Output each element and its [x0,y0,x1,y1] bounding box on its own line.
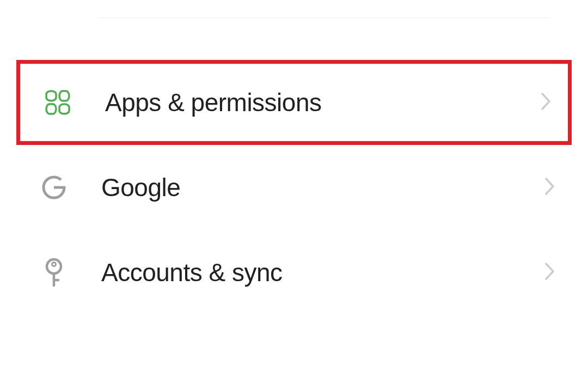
divider [99,17,550,18]
settings-item-google[interactable]: Google [0,145,588,230]
settings-item-accounts-sync[interactable]: Accounts & sync [0,230,588,315]
chevron-right-icon [541,92,552,113]
svg-rect-0 [46,91,56,101]
chevron-right-icon [544,177,555,198]
settings-item-label: Google [101,173,544,202]
svg-rect-1 [59,91,69,101]
svg-rect-2 [46,104,56,114]
key-icon [40,259,68,286]
settings-item-label: Accounts & sync [101,258,544,287]
settings-list: Apps & permissions Google [0,60,588,315]
settings-item-apps-permissions[interactable]: Apps & permissions [16,60,572,145]
svg-rect-3 [59,104,69,114]
chevron-right-icon [544,262,555,283]
apps-icon [44,89,71,116]
svg-point-5 [52,263,56,266]
settings-item-label: Apps & permissions [105,88,541,117]
google-icon [40,174,68,201]
